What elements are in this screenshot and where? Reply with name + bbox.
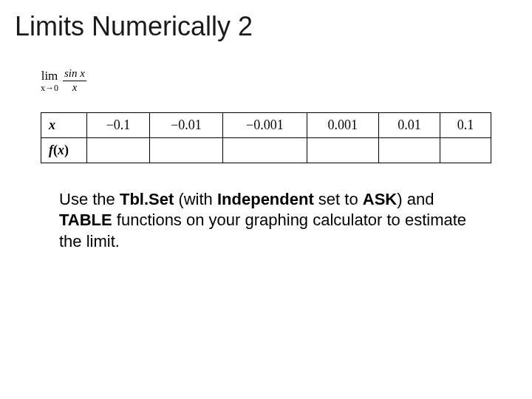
- table-row: f(x): [41, 137, 491, 163]
- limit-approach: x→0: [41, 83, 58, 92]
- text-bold: TABLE: [59, 211, 112, 229]
- table-cell: 0.001: [307, 112, 378, 137]
- fx-x: x: [58, 143, 64, 157]
- table-cell: [87, 137, 150, 163]
- fraction-numerator: sin x: [63, 68, 86, 81]
- table-row: x −0.1 −0.01 −0.001 0.001 0.01 0.1: [41, 112, 491, 137]
- text-span: Use the: [59, 190, 120, 208]
- instruction-text: Use the Tbl.Set (with Independent set to…: [0, 163, 532, 253]
- table-cell: [223, 137, 307, 163]
- text-span: ) and: [397, 190, 434, 208]
- row-label-x: x: [41, 112, 87, 137]
- table-cell: [149, 137, 222, 163]
- table-cell: −0.01: [149, 112, 222, 137]
- table-cell: 0.1: [440, 112, 491, 137]
- text-bold: Independent: [217, 190, 314, 208]
- fraction-denominator: x: [63, 81, 86, 94]
- text-bold: Tbl.Set: [120, 190, 174, 208]
- text-span: (with: [174, 190, 217, 208]
- values-table: x −0.1 −0.01 −0.001 0.001 0.01 0.1 f(x): [41, 112, 491, 163]
- table-cell: [378, 137, 440, 163]
- limit-fraction: sin x x: [63, 68, 86, 94]
- page-title: Limits Numerically 2: [0, 0, 532, 50]
- table-cell: 0.01: [378, 112, 440, 137]
- table-cell: [307, 137, 378, 163]
- table-cell: [440, 137, 491, 163]
- limit-symbol: lim: [41, 69, 58, 82]
- text-span: functions on your graphing calculator to…: [59, 211, 466, 250]
- limit-expression: lim x→0 sin x x: [0, 50, 532, 112]
- text-bold: ASK: [363, 190, 397, 208]
- fx-close: ): [64, 143, 69, 157]
- row-label-fx: f(x): [41, 137, 87, 163]
- table-cell: −0.1: [87, 112, 150, 137]
- table-cell: −0.001: [223, 112, 307, 137]
- text-span: set to: [314, 190, 363, 208]
